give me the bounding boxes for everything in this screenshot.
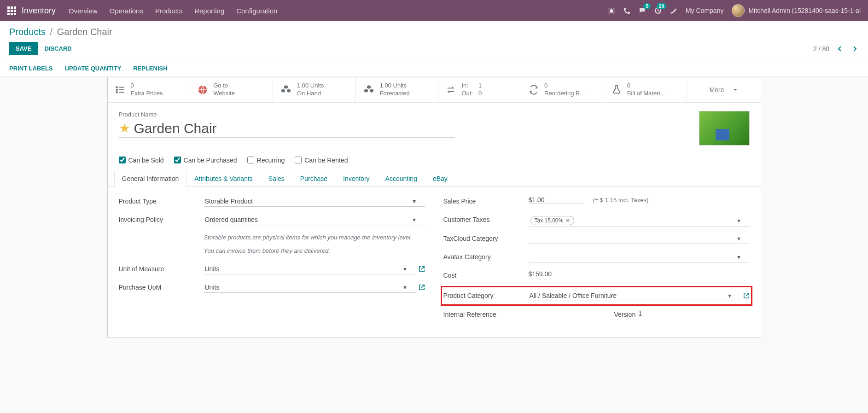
avatax-select[interactable]: ▾ [529, 252, 750, 262]
can-be-rented-checkbox[interactable]: Can be Rented [295, 157, 348, 164]
stat-bom[interactable]: 0 Bill of Materi... [604, 77, 687, 102]
menu-configuration[interactable]: Configuration [236, 7, 277, 15]
tab-purchase[interactable]: Purchase [292, 170, 335, 187]
version-value: 1 [638, 310, 642, 317]
uom-select[interactable]: Units ▾ [204, 264, 416, 274]
stat-go-website[interactable]: Go to Website [190, 77, 273, 102]
globe-icon [198, 85, 208, 95]
help-text: You can invoice them before they are del… [204, 246, 331, 256]
external-link-icon[interactable] [743, 292, 750, 299]
help-text: Storable products are physical items for… [204, 233, 412, 242]
svg-point-0 [610, 9, 613, 13]
cost-value[interactable]: $159.00 [529, 270, 552, 278]
caret-down-icon: ▾ [728, 292, 731, 299]
invoicing-policy-label: Invoicing Policy [119, 215, 204, 223]
internal-ref-label: Internal Reference [443, 309, 529, 318]
flask-icon [612, 85, 622, 95]
messages-badge: 5 [643, 3, 651, 9]
caret-down-icon: ▾ [737, 235, 740, 242]
tax-tag[interactable]: Tax 15.00% ✕ [530, 216, 575, 225]
form-tabs: General Information Attributes & Variant… [108, 169, 761, 187]
caret-down-icon: ▾ [413, 198, 416, 205]
tab-general-info[interactable]: General Information [114, 170, 187, 187]
avatar [732, 4, 745, 17]
stat-value: 0 [544, 82, 585, 90]
purchase-uom-label: Purchase UoM [119, 282, 204, 291]
activity-icon[interactable]: 29 [654, 7, 662, 14]
favorite-star-icon[interactable]: ★ [119, 121, 130, 136]
save-button[interactable]: SAVE [9, 42, 38, 55]
stat-label: Website [213, 90, 235, 98]
tab-inventory[interactable]: Inventory [335, 170, 378, 187]
stat-reordering[interactable]: 0 Reordering R... [521, 77, 604, 102]
print-labels-button[interactable]: PRINT LABELS [9, 65, 53, 72]
stat-in-out[interactable]: In: 1 Out: 0 [438, 77, 521, 102]
product-category-row: Product Category All / Saleable / Office… [443, 289, 750, 303]
company-selector[interactable]: My Company [686, 7, 723, 14]
can-be-sold-checkbox[interactable]: Can be Sold [119, 157, 164, 164]
cost-label: Cost [443, 270, 529, 279]
invoicing-policy-select[interactable]: Ordered quantities ▾ [204, 215, 425, 225]
product-options: Can be Sold Can be Purchased Recurring C… [108, 148, 761, 169]
product-name-input[interactable] [134, 120, 455, 137]
product-name-label: Product Name [119, 111, 699, 118]
cubes-icon [363, 84, 374, 95]
product-category-label: Product Category [443, 291, 529, 299]
bug-icon[interactable] [608, 7, 615, 14]
caret-down-icon: ▾ [413, 216, 416, 223]
breadcrumb-root[interactable]: Products [9, 27, 46, 37]
menu-operations[interactable]: Operations [110, 7, 143, 15]
stat-in-label: In: [461, 82, 473, 90]
discard-button[interactable]: DISCARD [44, 45, 71, 52]
pager-prev-icon[interactable] [836, 46, 844, 52]
product-image[interactable] [699, 111, 750, 145]
tab-sales[interactable]: Sales [261, 170, 292, 187]
menu-overview[interactable]: Overview [69, 7, 98, 15]
breadcrumb-current: Garden Chair [57, 27, 112, 37]
external-link-icon[interactable] [419, 284, 425, 291]
stat-forecasted[interactable]: 1.00 Units Forecasted [356, 77, 439, 102]
main-menu: Overview Operations Products Reporting C… [69, 7, 608, 15]
product-type-select[interactable]: Storable Product ▾ [204, 196, 425, 207]
stat-button-box: 0 Extra Prices Go to Website 1.00 Units … [108, 77, 761, 103]
stat-value: 1.00 Units [380, 82, 410, 90]
product-category-select[interactable]: All / Saleable / Office Furniture ▾ [529, 291, 740, 301]
external-link-icon[interactable] [419, 266, 425, 272]
svg-point-3 [116, 89, 117, 91]
tools-icon[interactable] [670, 7, 677, 14]
user-menu[interactable]: Mitchell Admin (15281400-saas-15-1-al [732, 4, 861, 17]
sales-price-label: Sales Price [443, 196, 529, 205]
pager-next-icon[interactable] [851, 46, 859, 52]
can-be-purchased-checkbox[interactable]: Can be Purchased [174, 157, 237, 164]
remove-tag-icon[interactable]: ✕ [565, 217, 570, 224]
stat-label: Reordering R... [544, 90, 585, 98]
recurring-checkbox[interactable]: Recurring [247, 157, 285, 164]
update-quantity-button[interactable]: UPDATE QUANTITY [65, 65, 122, 72]
customer-taxes-select[interactable]: Tax 15.00% ✕ ▾ [529, 215, 750, 227]
taxcloud-select[interactable]: ▾ [529, 233, 750, 244]
app-brand[interactable]: Inventory [22, 6, 56, 16]
uom-label: Unit of Measure [119, 264, 204, 273]
menu-reporting[interactable]: Reporting [194, 7, 224, 15]
apps-icon[interactable] [7, 6, 16, 15]
menu-products[interactable]: Products [155, 7, 182, 15]
messages-icon[interactable]: 5 [639, 7, 646, 14]
purchase-uom-select[interactable]: Units ▾ [204, 282, 416, 293]
tab-attributes[interactable]: Attributes & Variants [186, 170, 261, 187]
caret-down-icon: ▾ [403, 265, 407, 273]
stat-on-hand[interactable]: 1.00 Units On Hand [273, 77, 356, 102]
tab-ebay[interactable]: eBay [425, 170, 455, 187]
replenish-button[interactable]: REPLENISH [133, 65, 167, 72]
stat-value: 1.00 Units [297, 82, 324, 90]
stat-extra-prices[interactable]: 0 Extra Prices [108, 77, 191, 102]
caret-down-icon: ▾ [737, 253, 740, 261]
stat-label: Extra Prices [131, 90, 163, 98]
phone-icon[interactable] [623, 7, 630, 14]
sales-price-hint: (= $ 1.15 Incl. Taxes) [593, 197, 649, 204]
tab-accounting[interactable]: Accounting [378, 170, 425, 187]
navbar-right: 5 29 My Company Mitchell Admin (15281400… [608, 4, 861, 17]
stat-more[interactable]: More [687, 77, 761, 102]
control-panel: Products / Garden Chair SAVE DISCARD 2 /… [0, 21, 868, 60]
caret-down-icon: ▾ [737, 217, 740, 224]
sales-price-value[interactable]: $1.00 [529, 196, 584, 204]
